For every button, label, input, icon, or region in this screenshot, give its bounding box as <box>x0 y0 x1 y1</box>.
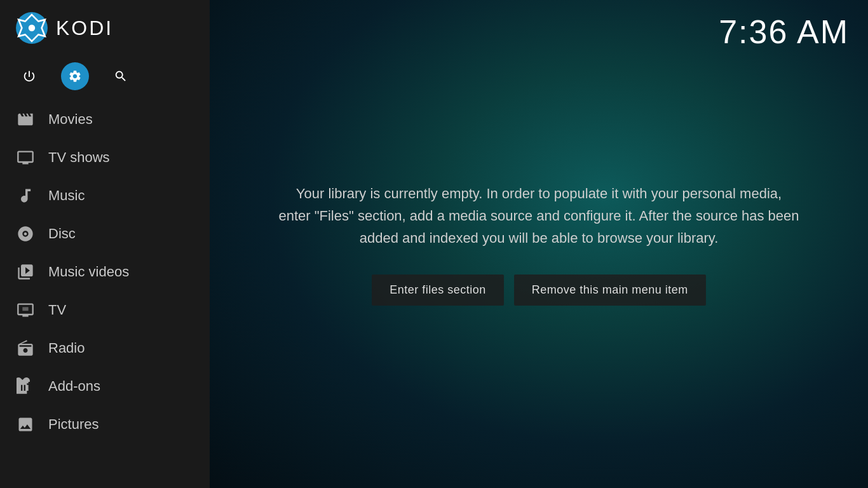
message-buttons: Enter files section Remove this main men… <box>278 274 799 306</box>
tv-icon <box>15 300 36 320</box>
settings-button[interactable] <box>61 62 89 90</box>
sidebar-header: KODI <box>0 0 210 56</box>
sidebar-item-music[interactable]: Music <box>0 177 210 215</box>
sidebar-item-movies[interactable]: Movies <box>0 100 210 139</box>
empty-library-panel: Your library is currently empty. In orde… <box>253 182 825 306</box>
sidebar-label-add-ons: Add-ons <box>48 378 100 395</box>
enter-files-button[interactable]: Enter files section <box>372 274 504 306</box>
tv-shows-icon <box>15 147 36 168</box>
power-button[interactable] <box>15 62 43 90</box>
svg-rect-3 <box>22 307 28 311</box>
svg-point-2 <box>29 25 35 31</box>
power-icon <box>22 69 36 83</box>
sidebar-label-tv: TV <box>48 302 66 318</box>
sidebar-label-tv-shows: TV shows <box>48 149 110 166</box>
sidebar-label-radio: Radio <box>48 340 85 356</box>
sidebar-item-disc[interactable]: Disc <box>0 215 210 253</box>
sidebar-label-pictures: Pictures <box>48 416 98 433</box>
sidebar-label-music-videos: Music videos <box>48 264 129 280</box>
sidebar-item-tv-shows[interactable]: TV shows <box>0 139 210 177</box>
main-content: 7:36 AM Your library is currently empty.… <box>210 0 868 488</box>
sidebar-nav: Movies TV shows Music Disc Music videos <box>0 100 210 488</box>
time-display: 7:36 AM <box>719 13 849 51</box>
sidebar-item-radio[interactable]: Radio <box>0 329 210 367</box>
pictures-icon <box>15 414 36 435</box>
radio-icon <box>15 338 36 358</box>
movies-icon <box>15 109 36 130</box>
music-icon <box>15 186 36 206</box>
sidebar-item-tv[interactable]: TV <box>0 291 210 329</box>
addons-icon <box>15 376 36 396</box>
sidebar-item-pictures[interactable]: Pictures <box>0 405 210 444</box>
search-button[interactable] <box>107 62 135 90</box>
app-title: KODI <box>56 17 113 40</box>
disc-icon <box>15 224 36 244</box>
remove-menu-item-button[interactable]: Remove this main menu item <box>514 274 706 306</box>
empty-library-text: Your library is currently empty. In orde… <box>278 182 799 250</box>
sidebar-label-movies: Movies <box>48 111 93 128</box>
sidebar: KODI Movies TV shows <box>0 0 210 488</box>
sidebar-label-music: Music <box>48 187 85 204</box>
settings-icon <box>68 69 82 83</box>
sidebar-label-disc: Disc <box>48 226 76 242</box>
sidebar-top-icons <box>0 56 210 100</box>
music-videos-icon <box>15 262 36 282</box>
kodi-logo-icon <box>15 11 48 44</box>
search-icon <box>114 69 128 83</box>
sidebar-item-add-ons[interactable]: Add-ons <box>0 367 210 405</box>
sidebar-item-music-videos[interactable]: Music videos <box>0 253 210 291</box>
